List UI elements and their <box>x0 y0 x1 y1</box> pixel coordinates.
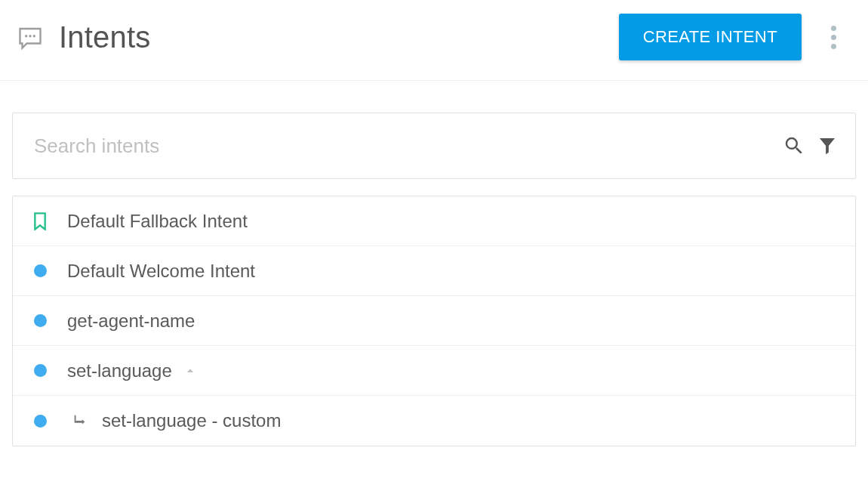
dot-icon <box>29 364 51 377</box>
search-box <box>12 113 856 179</box>
svg-point-1 <box>29 35 31 37</box>
svg-point-0 <box>25 35 27 37</box>
dot-icon <box>29 415 51 428</box>
dot-icon <box>29 264 51 277</box>
bookmark-icon <box>29 212 51 230</box>
intent-label: Default Welcome Intent <box>67 261 255 282</box>
create-intent-button[interactable]: CREATE INTENT <box>619 14 802 60</box>
intent-label: get-agent-name <box>67 310 195 332</box>
content-area: Default Fallback Intent Default Welcome … <box>0 81 868 446</box>
page-header: Intents CREATE INTENT <box>0 0 868 81</box>
intent-label: Default Fallback Intent <box>67 211 248 232</box>
intent-row-default-welcome[interactable]: Default Welcome Intent <box>13 246 855 296</box>
more-menu-button[interactable] <box>817 20 850 54</box>
intents-icon <box>15 23 45 53</box>
more-vert-icon <box>831 26 836 49</box>
intent-label: set-language - custom <box>102 410 281 431</box>
page-title: Intents <box>59 20 619 54</box>
search-icon[interactable] <box>783 134 805 157</box>
intent-row-default-fallback[interactable]: Default Fallback Intent <box>13 196 855 246</box>
intent-list: Default Fallback Intent Default Welcome … <box>12 196 856 446</box>
child-arrow-icon <box>72 412 88 429</box>
intent-row-set-language[interactable]: set-language <box>13 346 855 396</box>
intent-row-set-language-custom[interactable]: set-language - custom <box>13 396 855 446</box>
intent-label: set-language <box>67 360 172 381</box>
search-input[interactable] <box>34 134 783 158</box>
chevron-up-icon[interactable] <box>183 363 198 378</box>
svg-point-2 <box>33 35 35 37</box>
dot-icon <box>29 314 51 327</box>
filter-icon[interactable] <box>816 134 839 157</box>
intent-row-get-agent-name[interactable]: get-agent-name <box>13 296 855 346</box>
